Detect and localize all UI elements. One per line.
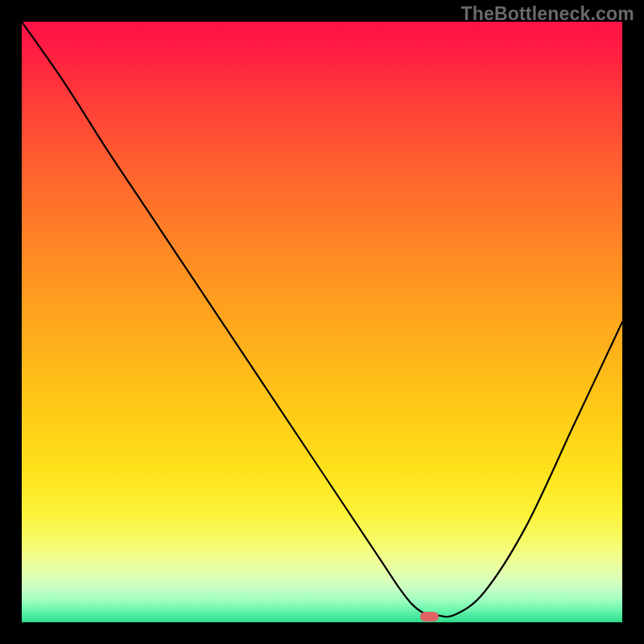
chart-frame: TheBottleneck.com: [0, 0, 644, 644]
plot-area: [22, 22, 622, 622]
bottleneck-curve: [22, 22, 622, 622]
optimal-marker: [420, 612, 440, 621]
watermark-text: TheBottleneck.com: [460, 3, 634, 25]
